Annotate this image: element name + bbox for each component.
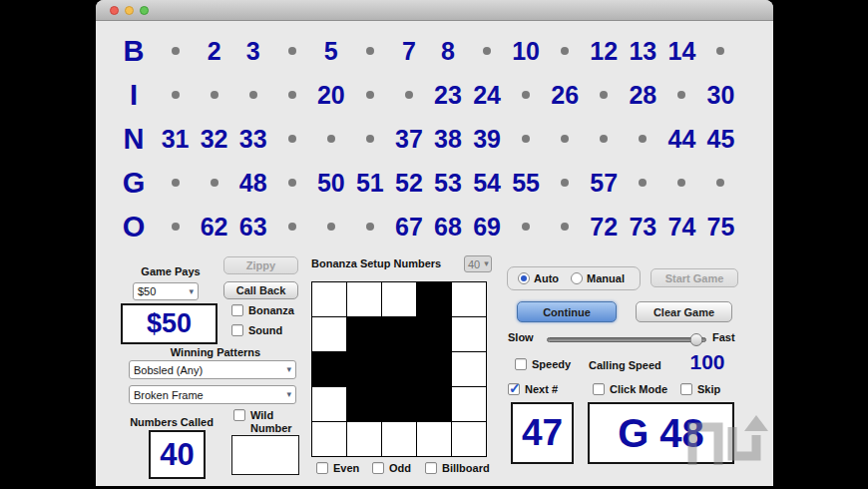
pattern-cell-filled[interactable] — [312, 352, 346, 386]
called-number[interactable]: 28 — [624, 73, 662, 117]
uncalled-number-dot[interactable] — [156, 73, 195, 117]
called-number[interactable]: 30 — [701, 73, 740, 117]
uncalled-number-dot[interactable] — [624, 117, 662, 161]
uncalled-number-dot[interactable] — [350, 117, 389, 161]
pattern-select-2[interactable]: Broken Frame ▾ — [129, 385, 296, 404]
called-number[interactable]: 53 — [428, 161, 467, 205]
sound-checkbox[interactable]: Sound — [231, 324, 282, 337]
uncalled-number-dot[interactable] — [272, 161, 311, 205]
even-checkbox[interactable]: Even — [316, 462, 359, 475]
speedy-checkbox[interactable]: Speedy — [515, 358, 571, 371]
uncalled-number-dot[interactable] — [624, 161, 662, 205]
called-number[interactable]: 32 — [195, 117, 233, 161]
called-number[interactable]: 72 — [585, 205, 624, 248]
called-number[interactable]: 48 — [233, 161, 272, 205]
pattern-cell-empty[interactable] — [452, 387, 486, 421]
uncalled-number-dot[interactable] — [195, 161, 233, 205]
called-number[interactable]: 5 — [311, 29, 350, 73]
called-number[interactable]: 69 — [468, 205, 507, 248]
called-number[interactable]: 38 — [428, 117, 467, 161]
uncalled-number-dot[interactable] — [546, 161, 585, 205]
uncalled-number-dot[interactable] — [389, 73, 428, 117]
pattern-cell-empty[interactable] — [347, 282, 381, 316]
called-number[interactable]: 44 — [662, 117, 701, 161]
skip-checkbox[interactable]: Skip — [680, 383, 720, 396]
pattern-cell-empty[interactable] — [452, 422, 486, 456]
auto-radio[interactable]: Auto — [518, 272, 559, 284]
bonanza-checkbox[interactable]: Bonanza — [231, 304, 294, 317]
start-game-button[interactable]: Start Game — [651, 268, 738, 287]
pattern-cell-filled[interactable] — [382, 352, 416, 386]
uncalled-number-dot[interactable] — [662, 73, 701, 117]
uncalled-number-dot[interactable] — [272, 73, 311, 117]
uncalled-number-dot[interactable] — [546, 29, 585, 73]
odd-checkbox[interactable]: Odd — [372, 462, 411, 475]
uncalled-number-dot[interactable] — [546, 117, 585, 161]
called-number[interactable]: 14 — [662, 29, 701, 73]
pattern-cell-empty[interactable] — [382, 422, 416, 456]
uncalled-number-dot[interactable] — [662, 161, 701, 205]
pattern-cell-empty[interactable] — [347, 422, 381, 456]
called-number[interactable]: 12 — [585, 29, 624, 73]
uncalled-number-dot[interactable] — [272, 117, 311, 161]
manual-radio[interactable]: Manual — [571, 272, 625, 284]
called-number[interactable]: 45 — [701, 117, 740, 161]
pattern-cell-filled[interactable] — [347, 352, 381, 386]
uncalled-number-dot[interactable] — [701, 29, 740, 73]
pattern-cell-empty[interactable] — [312, 282, 346, 316]
pattern-cell-empty[interactable] — [312, 387, 346, 421]
billboard-checkbox[interactable]: Billboard — [425, 462, 490, 475]
called-number[interactable]: 10 — [507, 29, 546, 73]
close-button[interactable] — [110, 6, 119, 15]
pattern-cell-empty[interactable] — [452, 282, 486, 316]
called-number[interactable]: 67 — [389, 205, 428, 248]
called-number[interactable]: 23 — [428, 73, 467, 117]
uncalled-number-dot[interactable] — [233, 73, 272, 117]
pattern-cell-filled[interactable] — [417, 387, 451, 421]
pattern-cell-empty[interactable] — [452, 317, 486, 351]
pattern-cell-filled[interactable] — [347, 387, 381, 421]
uncalled-number-dot[interactable] — [272, 205, 311, 248]
uncalled-number-dot[interactable] — [311, 205, 350, 248]
called-number[interactable]: 39 — [468, 117, 507, 161]
called-number[interactable]: 75 — [701, 205, 740, 248]
called-number[interactable]: 2 — [195, 29, 233, 73]
game-pays-select[interactable]: $50 ▾ — [133, 282, 199, 300]
called-number[interactable]: 8 — [428, 29, 467, 73]
uncalled-number-dot[interactable] — [350, 205, 389, 248]
uncalled-number-dot[interactable] — [507, 205, 546, 248]
uncalled-number-dot[interactable] — [507, 117, 546, 161]
called-number[interactable]: 52 — [389, 161, 428, 205]
called-number[interactable]: 7 — [389, 29, 428, 73]
uncalled-number-dot[interactable] — [156, 29, 195, 73]
called-number[interactable]: 33 — [233, 117, 272, 161]
called-number[interactable]: 74 — [662, 205, 701, 248]
called-number[interactable]: 24 — [468, 73, 507, 117]
window-titlebar[interactable] — [96, 0, 773, 21]
called-number[interactable]: 73 — [624, 205, 662, 248]
uncalled-number-dot[interactable] — [156, 205, 195, 248]
uncalled-number-dot[interactable] — [585, 73, 624, 117]
called-number[interactable]: 37 — [389, 117, 428, 161]
bonanza-setup-count-select[interactable]: 40 ▾ — [464, 255, 492, 272]
clear-game-button[interactable]: Clear Game — [636, 301, 732, 322]
pattern-cell-empty[interactable] — [382, 282, 416, 316]
pattern-cell-filled[interactable] — [417, 352, 451, 386]
uncalled-number-dot[interactable] — [311, 117, 350, 161]
pattern-cell-empty[interactable] — [417, 422, 451, 456]
called-number[interactable]: 3 — [233, 29, 272, 73]
called-number[interactable]: 62 — [195, 205, 233, 248]
uncalled-number-dot[interactable] — [507, 73, 546, 117]
uncalled-number-dot[interactable] — [272, 29, 311, 73]
called-number[interactable]: 13 — [624, 29, 662, 73]
uncalled-number-dot[interactable] — [350, 73, 389, 117]
slider-thumb[interactable] — [689, 333, 702, 346]
uncalled-number-dot[interactable] — [350, 29, 389, 73]
uncalled-number-dot[interactable] — [195, 73, 233, 117]
zoom-button[interactable] — [140, 6, 149, 15]
uncalled-number-dot[interactable] — [156, 161, 195, 205]
called-number[interactable]: 54 — [468, 161, 507, 205]
next-number-checkbox[interactable]: Next # — [508, 383, 558, 396]
pattern-cell-empty[interactable] — [312, 317, 346, 351]
wild-number-checkbox[interactable]: Wild Number — [233, 409, 298, 434]
